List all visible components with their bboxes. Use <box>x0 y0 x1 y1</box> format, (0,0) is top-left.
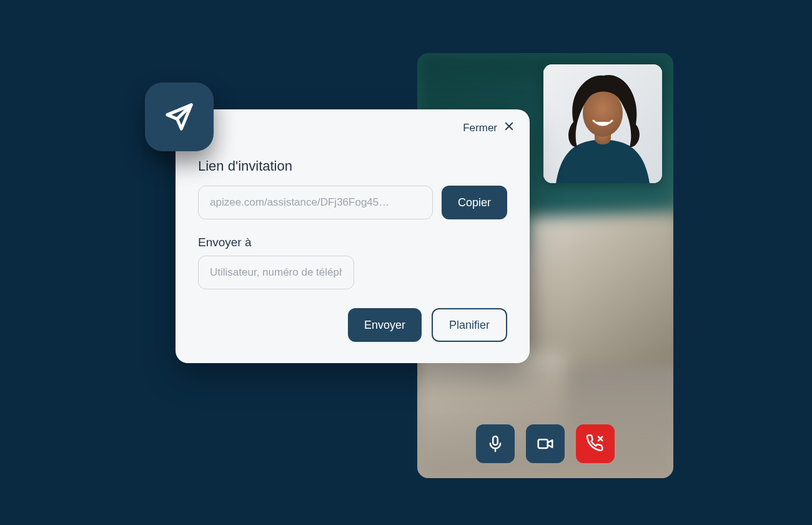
call-controls <box>417 424 673 463</box>
recipient-input[interactable] <box>198 256 354 289</box>
invitation-link-input[interactable] <box>198 186 433 219</box>
close-icon <box>503 121 515 135</box>
modal-title: Lien d'invitation <box>198 158 507 174</box>
schedule-button[interactable]: Planifier <box>432 308 507 342</box>
hangup-button[interactable] <box>576 424 615 463</box>
mute-button[interactable] <box>476 424 515 463</box>
send-button[interactable]: Envoyer <box>348 308 422 342</box>
self-video-thumbnail[interactable] <box>543 64 662 183</box>
close-label: Fermer <box>463 122 497 134</box>
send-to-label: Envoyer à <box>198 236 507 249</box>
copy-button[interactable]: Copier <box>442 186 507 219</box>
invitation-modal: Fermer Lien d'invitation Copier Envoyer … <box>176 109 530 363</box>
svg-rect-4 <box>538 439 548 448</box>
close-button[interactable]: Fermer <box>463 121 515 135</box>
svg-rect-3 <box>493 436 498 445</box>
send-plane-icon <box>145 82 214 151</box>
camera-button[interactable] <box>526 424 565 463</box>
